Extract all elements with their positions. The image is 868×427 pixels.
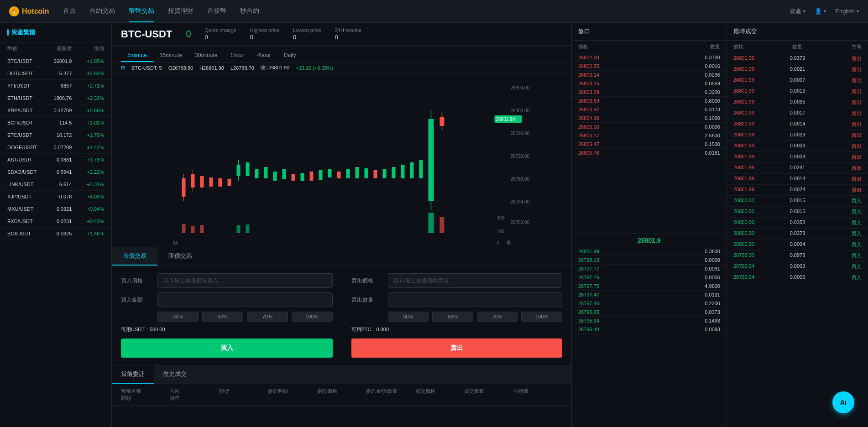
- sell-pct-100%[interactable]: 100%: [521, 312, 562, 322]
- ob-sell-row[interactable]: 26805.76 0.0181: [572, 149, 727, 157]
- coin-row[interactable]: BOI/USDT 0.0625 +1.46%: [0, 228, 111, 240]
- svg-rect-44: [410, 162, 414, 178]
- ob-sell-row[interactable]: 26803.29 0.3200: [572, 88, 727, 97]
- ob-sell-row[interactable]: 26805.47 0.1500: [572, 140, 727, 149]
- buy-price-row: 買入價格: [121, 273, 333, 288]
- nav-item-首發幣[interactable]: 首發幣: [207, 0, 226, 22]
- buy-amount-input[interactable]: [157, 292, 333, 307]
- sell-qty-input[interactable]: [388, 292, 563, 307]
- ob-buy-row[interactable]: 26797.47 0.0131: [572, 291, 727, 299]
- coin-change: +1.01%: [72, 120, 104, 125]
- svg-text:04:: 04:: [173, 240, 179, 245]
- coin-change: +1.85%: [72, 58, 104, 64]
- ob-sell-price: 26802.00: [578, 55, 649, 60]
- coin-row[interactable]: XRP/USDT 0.42709 +0.68%: [0, 104, 111, 117]
- rt-trade-row: 26801.99 0.0013 賣出: [727, 86, 868, 97]
- ob-buy-price: 26796.40: [578, 327, 649, 332]
- coin-row[interactable]: BCH/USDT 114.5 +1.01%: [0, 117, 111, 129]
- sell-pct-70%[interactable]: 70%: [477, 312, 518, 322]
- sell-price-input[interactable]: [388, 273, 563, 288]
- ob-buy-row[interactable]: 26801.99 0.3600: [572, 247, 727, 256]
- rt-qty: 0.0021: [776, 66, 819, 73]
- buy-pct-50%[interactable]: 50%: [202, 312, 243, 322]
- coin-row[interactable]: AST/USDT 0.0881 +1.73%: [0, 154, 111, 166]
- chart-tab-4hour[interactable]: 4hour: [251, 49, 277, 62]
- ob-sell-row[interactable]: 26802.00 0.3700: [572, 53, 727, 62]
- bottom-tab-歷史成交[interactable]: 歷史成交: [154, 365, 196, 384]
- ob-sell-row[interactable]: 26803.97 0.3173: [572, 105, 727, 114]
- account-nav[interactable]: 👤 ▾: [815, 8, 826, 15]
- ob-buy-row[interactable]: 26796.40 0.0093: [572, 325, 727, 334]
- svg-rect-51: [191, 226, 195, 233]
- ob-sell-row[interactable]: 26804.00 0.1000: [572, 114, 727, 123]
- sell-pct-buttons: 30%50%70%100%: [388, 312, 563, 322]
- nav-item-幣幣交易[interactable]: 幣幣交易: [129, 0, 154, 22]
- coin-row[interactable]: ETC/USDT 18.172 +1.70%: [0, 129, 111, 141]
- buy-pct-70%[interactable]: 70%: [247, 312, 288, 322]
- nav-item-合約交易[interactable]: 合約交易: [89, 0, 115, 22]
- orders-col-header: 委託時間: [268, 388, 317, 395]
- ob-buy-row[interactable]: 26797.75 4.9600: [572, 282, 727, 291]
- coin-name: BTC/USDT: [7, 58, 40, 64]
- rt-price: 26801.99: [733, 88, 776, 95]
- sell-pct-30%[interactable]: 30%: [388, 312, 429, 322]
- quote-change-stat: Quote change 0: [205, 27, 236, 41]
- coin-row[interactable]: EXD/USDT 0.0231 +0.43%: [0, 215, 111, 228]
- sell-pct-50%[interactable]: 50%: [432, 312, 473, 322]
- svg-rect-40: [374, 170, 377, 178]
- ob-sell-row[interactable]: 26803.14 0.0296: [572, 71, 727, 79]
- sell-button[interactable]: 賣出: [351, 338, 563, 358]
- buy-price-input[interactable]: [157, 273, 333, 288]
- coin-row[interactable]: YFI/USDT 6857 +2.71%: [0, 80, 111, 92]
- coin-row[interactable]: ETH/USDT 1806.76 +2.33%: [0, 92, 111, 104]
- chart-icon: ⊞: [121, 65, 125, 71]
- buy-pct-30%[interactable]: 30%: [157, 312, 199, 322]
- coin-row[interactable]: DOT/USDT 5.377 +2.93%: [0, 68, 111, 80]
- ob-buy-row[interactable]: 26795.94 0.1493: [572, 317, 727, 325]
- rt-price: 26801.99: [733, 165, 776, 172]
- chart-tab-30minute[interactable]: 30minute: [188, 49, 224, 62]
- ob-sell-row[interactable]: 26803.59 0.8000: [572, 97, 727, 105]
- coin-row[interactable]: MXU/USDT 0.0321 +0.94%: [0, 203, 111, 215]
- coin-row[interactable]: DOGE/USDT 0.07209 +1.42%: [0, 141, 111, 154]
- ob-sell-row[interactable]: 26805.17 2.5600: [572, 131, 727, 140]
- ob-buy-row[interactable]: 26797.77 0.0091: [572, 265, 727, 273]
- right-orderbook: 盤口 價格 數量 26802.00 0.3700 26802.55 0.0016…: [571, 23, 727, 427]
- coin-row[interactable]: LINK/USDT 6.614 +3.31%: [0, 178, 111, 191]
- language-nav[interactable]: English ▾: [835, 8, 859, 15]
- ob-buy-row[interactable]: 26795.95 0.0373: [572, 308, 727, 317]
- buy-pct-100%[interactable]: 100%: [292, 312, 333, 322]
- rt-trade-row: 26799.94 0.0006 買入: [727, 272, 868, 283]
- chart-tab-5minute[interactable]: 5minute: [121, 49, 153, 62]
- coin-row[interactable]: XJP/USDT 0.078 +4.00%: [0, 191, 111, 203]
- ob-sell-row[interactable]: 26805.00 0.0006: [572, 123, 727, 131]
- chart-tab-1hour[interactable]: 1hour: [224, 49, 251, 62]
- chart-tab-15minute[interactable]: 15minute: [153, 49, 188, 62]
- trading-pair: BTC-USDT: [121, 28, 172, 40]
- rt-trade-row: 26801.99 0.0029 賣出: [727, 130, 868, 141]
- nav-item-投資理財[interactable]: 投資理財: [168, 0, 193, 22]
- rt-price: 26800.00: [733, 230, 776, 237]
- chart-tab-Daily[interactable]: Daily: [277, 49, 303, 62]
- coin-row[interactable]: SDAO/USDT 0.5941 +2.22%: [0, 166, 111, 178]
- logo[interactable]: 🔥 Hotcoin: [9, 6, 49, 16]
- nav-item-首頁[interactable]: 首頁: [63, 0, 76, 22]
- coin-row[interactable]: BTC/USDT 26801.9 +1.85%: [0, 55, 111, 68]
- buy-button[interactable]: 買入: [121, 338, 333, 358]
- ai-bubble[interactable]: Ai: [832, 391, 854, 413]
- market-trade-tab[interactable]: 市價交易: [112, 247, 157, 266]
- bottom-tab-當前委託[interactable]: 當前委託: [112, 365, 154, 384]
- nav-item-秒合約[interactable]: 秒合約: [240, 0, 259, 22]
- coin-table-header: 幣種 最新價 漲價: [0, 42, 111, 55]
- ob-buy-row[interactable]: 26798.13 0.0008: [572, 256, 727, 265]
- ob-sell-row[interactable]: 26803.15 0.0559: [572, 79, 727, 88]
- svg-text:26801.90: 26801.90: [496, 117, 515, 122]
- rt-price: 26801.99: [733, 143, 776, 150]
- assets-chevron: ▾: [803, 9, 805, 14]
- assets-nav[interactable]: 資產 ▾: [790, 7, 805, 16]
- ob-buy-row[interactable]: 26797.76 0.0006: [572, 273, 727, 282]
- limit-trade-tab[interactable]: 限價交易: [157, 247, 203, 266]
- svg-rect-56: [440, 217, 444, 233]
- ob-buy-row[interactable]: 26797.46 0.2200: [572, 299, 727, 308]
- ob-sell-row[interactable]: 26802.55 0.0016: [572, 62, 727, 71]
